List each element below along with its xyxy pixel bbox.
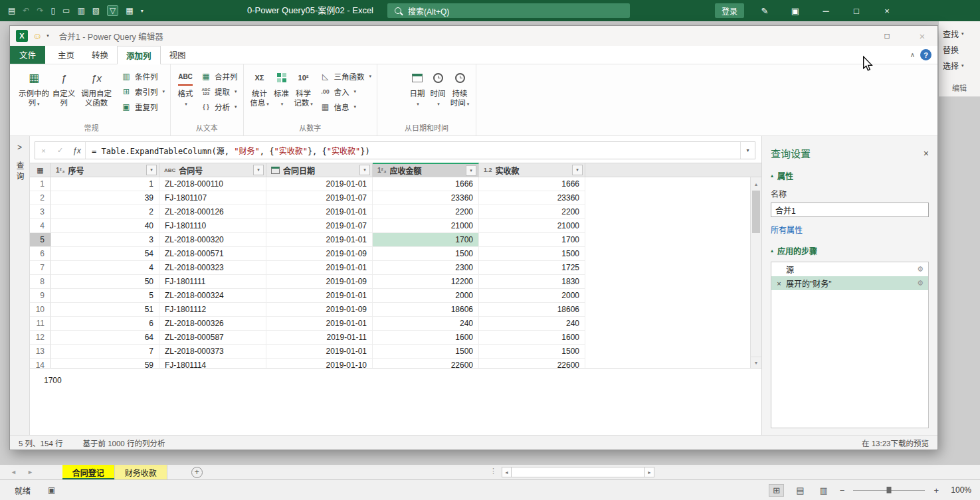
cell[interactable]: 1 xyxy=(51,177,159,191)
parse-button[interactable]: { } 分析 ▾ xyxy=(201,102,238,112)
cell[interactable]: 50 xyxy=(51,275,159,289)
whole-type-icon[interactable]: 1²₃ xyxy=(56,167,65,174)
tab-home[interactable]: 主页 xyxy=(49,46,83,64)
standard-button[interactable]: 标准▾ xyxy=(272,66,291,109)
row-number[interactable]: 13 xyxy=(30,345,51,359)
cell[interactable]: ZL-2018-000323 xyxy=(159,261,266,275)
cell[interactable]: 2000 xyxy=(373,289,479,303)
scientific-button[interactable]: 10² 科学记数▾ xyxy=(293,66,314,109)
save-icon[interactable]: ▤ xyxy=(8,6,15,15)
filter-button[interactable]: ▾ xyxy=(359,165,370,175)
cell[interactable]: 2019-01-01 xyxy=(266,233,373,247)
row-number[interactable]: 1 xyxy=(30,177,51,191)
select-button[interactable]: 选择 ▾ xyxy=(939,58,980,74)
zoom-slider-thumb[interactable] xyxy=(887,487,892,493)
print-icon[interactable]: ▥ xyxy=(77,6,84,15)
cell[interactable]: 23360 xyxy=(373,191,479,205)
cell[interactable]: 2019-01-01 xyxy=(266,261,373,275)
tab-view[interactable]: 视图 xyxy=(161,46,195,64)
cell[interactable]: 1500 xyxy=(373,247,479,261)
cell[interactable]: 1500 xyxy=(479,247,585,261)
cell[interactable]: 1600 xyxy=(373,331,479,345)
cell[interactable]: 22600 xyxy=(479,359,585,368)
cell[interactable]: 23360 xyxy=(479,191,585,205)
cell[interactable]: 6 xyxy=(51,317,159,331)
sheet-tab-finance[interactable]: 财务收款 xyxy=(115,465,167,479)
accessibility-icon[interactable]: ▣ xyxy=(48,485,55,495)
cell[interactable]: 2019-01-09 xyxy=(266,247,373,261)
applied-steps-section-header[interactable]: ▴ 应用的步骤 xyxy=(771,245,929,256)
row-number[interactable]: 4 xyxy=(30,219,51,233)
row-number[interactable]: 10 xyxy=(30,303,51,317)
row-number[interactable]: 11 xyxy=(30,317,51,331)
cell[interactable]: ZL-2018-000126 xyxy=(159,205,266,219)
pq-close-button[interactable]: × xyxy=(907,31,937,42)
cell[interactable]: 240 xyxy=(479,317,585,331)
cell[interactable]: 1725 xyxy=(479,261,585,275)
cell[interactable]: 2019-01-01 xyxy=(266,205,373,219)
zoom-in-button[interactable]: + xyxy=(933,485,939,495)
cell[interactable]: ZL-2018-000373 xyxy=(159,345,266,359)
replace-button[interactable]: 替换 xyxy=(939,42,980,58)
cell[interactable]: 40 xyxy=(51,219,159,233)
cell[interactable]: 2019-01-01 xyxy=(266,345,373,359)
cell[interactable]: ZL-2018-000587 xyxy=(159,331,266,345)
information-button[interactable]: ▦ 信息 ▾ xyxy=(320,102,372,112)
cell[interactable]: 1700 xyxy=(479,233,585,247)
filter-button[interactable]: ▾ xyxy=(572,165,583,175)
page-layout-button[interactable]: ▤ xyxy=(793,485,807,496)
row-number[interactable]: 2 xyxy=(30,191,51,205)
row-number[interactable]: 9 xyxy=(30,289,51,303)
column-header-2[interactable]: 合同日期▾ xyxy=(266,163,373,177)
chevron-down-icon[interactable]: ▾ xyxy=(47,33,49,39)
cell[interactable]: ZL-2018-000110 xyxy=(159,177,266,191)
scrollbar-thumb[interactable] xyxy=(752,191,760,233)
column-header-3[interactable]: 1²₃应收金额▾ xyxy=(373,163,479,177)
cell[interactable]: 54 xyxy=(51,247,159,261)
cell[interactable]: 18606 xyxy=(479,303,585,317)
cell[interactable]: 2200 xyxy=(479,205,585,219)
row-number[interactable]: 14 xyxy=(30,359,51,368)
cell[interactable]: FJ-1801107 xyxy=(159,191,266,205)
cell[interactable]: ZL-2018-000571 xyxy=(159,247,266,261)
applied-step[interactable]: 源⚙ xyxy=(771,262,928,276)
new-file-icon[interactable]: ▯ xyxy=(50,6,55,15)
tab-splitter[interactable]: ⋮ xyxy=(490,467,497,475)
cell[interactable]: 2019-01-07 xyxy=(266,191,373,205)
cell[interactable]: 7 xyxy=(51,345,159,359)
row-number[interactable]: 6 xyxy=(30,247,51,261)
cell[interactable]: FJ-1801114 xyxy=(159,359,266,368)
expand-formula-bar-icon[interactable]: ▾ xyxy=(740,142,755,159)
ink-pen-icon[interactable]: ✎ xyxy=(749,0,780,21)
gear-icon[interactable]: ⚙ xyxy=(917,265,924,274)
row-number[interactable]: 7 xyxy=(30,261,51,275)
cell[interactable]: 18606 xyxy=(373,303,479,317)
cell[interactable]: 2000 xyxy=(479,289,585,303)
export-icon[interactable]: ▧ xyxy=(92,6,100,15)
cell[interactable]: 59 xyxy=(51,359,159,368)
cell[interactable]: 1830 xyxy=(479,275,585,289)
sheet-nav-left-icon[interactable]: ◄ xyxy=(11,469,17,475)
page-break-view-button[interactable]: ▥ xyxy=(817,485,831,496)
conditional-column-button[interactable]: ▥ 条件列 xyxy=(121,71,165,82)
find-button[interactable]: 查找 ▾ xyxy=(939,26,980,42)
sheet-nav-right-icon[interactable]: ► xyxy=(27,469,33,475)
cell[interactable]: 1666 xyxy=(479,177,585,191)
cell[interactable]: 2019-01-09 xyxy=(266,275,373,289)
close-panel-icon[interactable]: × xyxy=(924,148,929,159)
cell[interactable]: 1700 xyxy=(373,233,479,247)
zoom-percent[interactable]: 100% xyxy=(947,485,971,495)
maximize-button[interactable]: □ xyxy=(841,0,872,21)
column-header-0[interactable]: 1²₃序号▾ xyxy=(51,163,159,177)
login-button[interactable]: 登录 xyxy=(715,3,744,18)
cell[interactable]: 21000 xyxy=(479,219,585,233)
tab-file[interactable]: 文件 xyxy=(10,46,45,64)
column-header-4[interactable]: 1.2实收款▾ xyxy=(479,163,585,177)
cell[interactable]: ZL-2018-000326 xyxy=(159,317,266,331)
applied-step[interactable]: ×展开的"财务"⚙ xyxy=(771,276,928,290)
cell[interactable]: 1600 xyxy=(479,331,585,345)
column-header-1[interactable]: ABC合同号▾ xyxy=(159,163,266,177)
cell[interactable]: 2300 xyxy=(373,261,479,275)
undo-icon[interactable]: ↶ xyxy=(23,6,29,15)
text-type-icon[interactable]: ABC xyxy=(164,167,175,173)
